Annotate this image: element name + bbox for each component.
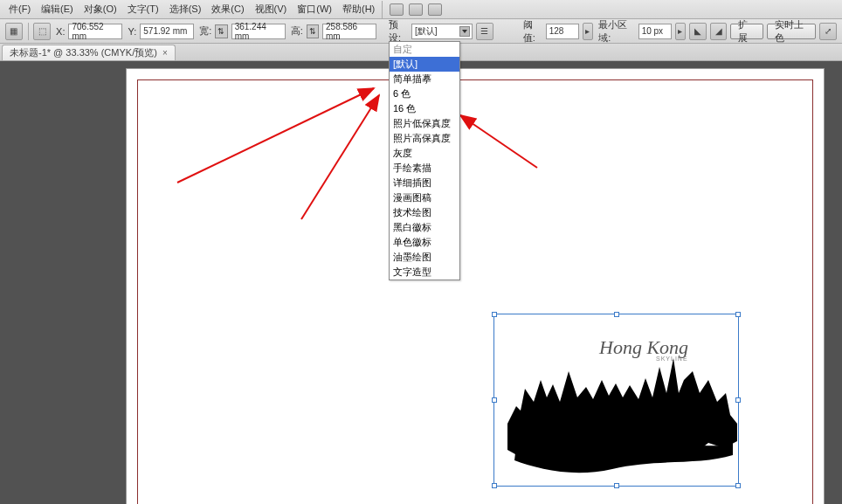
w-label: 宽: <box>199 24 211 38</box>
preset-label: 预设: <box>389 18 408 45</box>
resize-handle-lm[interactable] <box>492 397 497 403</box>
preset-value: [默认] <box>415 25 438 38</box>
minarea-field[interactable]: 10 px <box>638 24 672 39</box>
minarea-label: 最小区域: <box>598 18 634 45</box>
separator <box>382 1 383 18</box>
expand-button[interactable]: 扩展 <box>730 24 763 39</box>
menu-bar: 件(F) 编辑(E) 对象(O) 文字(T) 选择(S) 效果(C) 视图(V)… <box>0 0 842 19</box>
trace-icon-1[interactable]: ◣ <box>689 23 707 40</box>
end-icon[interactable]: ⤢ <box>819 23 837 40</box>
preset-option-3[interactable]: 6 色 <box>390 86 459 101</box>
menu-window[interactable]: 窗口(W) <box>292 3 337 16</box>
document-tab[interactable]: 未标题-1* @ 33.33% (CMYK/预览) × <box>2 45 176 60</box>
y-label: Y: <box>128 26 136 37</box>
threshold-field[interactable]: 128 <box>546 24 579 39</box>
chevron-down-icon <box>459 26 470 37</box>
preset-option-4[interactable]: 16 色 <box>390 101 459 116</box>
preset-option-11[interactable]: 技术绘图 <box>390 205 459 220</box>
toolbar-icon-2[interactable] <box>409 3 423 16</box>
threshold-label: 阈值: <box>523 18 542 45</box>
resize-handle-tl[interactable] <box>492 312 497 317</box>
resize-handle-tr[interactable] <box>735 312 741 317</box>
preset-option-7[interactable]: 灰度 <box>390 146 459 161</box>
preset-option-15[interactable]: 文字造型 <box>390 265 459 280</box>
preset-dropdown-popup: 自定[默认]简单描摹6 色16 色照片低保真度照片高保真度灰度手绘素描详细插图漫… <box>389 41 460 280</box>
reference-point-icon[interactable]: ▦ <box>5 23 23 40</box>
threshold-stepper-icon[interactable]: ▸ <box>583 23 594 40</box>
menu-type[interactable]: 文字(T) <box>122 3 164 16</box>
link-wh-icon[interactable]: ⇅ <box>215 24 227 38</box>
toolbar-icon-3[interactable] <box>428 3 442 16</box>
trace-icon-2[interactable]: ◢ <box>710 23 728 40</box>
livecolor-button[interactable]: 实时上色 <box>767 24 817 39</box>
preset-option-10[interactable]: 漫画图稿 <box>390 190 459 205</box>
preset-option-8[interactable]: 手绘素描 <box>390 161 459 176</box>
menu-edit[interactable]: 编辑(E) <box>36 3 79 16</box>
preset-option-6[interactable]: 照片高保真度 <box>390 131 459 146</box>
menu-view[interactable]: 视图(V) <box>250 3 293 16</box>
transform-icon[interactable]: ⬚ <box>33 23 51 40</box>
x-field[interactable]: 706.552 mm <box>68 24 122 39</box>
preset-option-1[interactable]: [默认] <box>390 57 459 72</box>
x-label: X: <box>56 26 65 37</box>
resize-handle-tm[interactable] <box>614 312 619 317</box>
minarea-stepper-icon[interactable]: ▸ <box>675 23 687 40</box>
y-field[interactable]: 571.92 mm <box>140 24 194 39</box>
close-icon[interactable]: × <box>162 48 168 58</box>
menu-select[interactable]: 选择(S) <box>164 3 207 16</box>
toolbar-icon-1[interactable] <box>390 3 404 16</box>
menu-effect[interactable]: 效果(C) <box>206 3 249 16</box>
preset-option-2[interactable]: 简单描摹 <box>390 72 459 86</box>
preset-option-13[interactable]: 单色徽标 <box>390 235 459 250</box>
menu-object[interactable]: 对象(O) <box>79 3 122 16</box>
preset-option-9[interactable]: 详细插图 <box>390 176 459 190</box>
preset-option-5[interactable]: 照片低保真度 <box>390 116 459 131</box>
placed-image[interactable]: Hong Kong SKYLINE <box>499 319 737 485</box>
artboard[interactable]: Hong Kong SKYLINE <box>126 68 825 504</box>
preset-option-14[interactable]: 油墨绘图 <box>390 250 459 265</box>
menu-help[interactable]: 帮助(H) <box>337 3 380 16</box>
resize-handle-bl[interactable] <box>492 483 497 488</box>
preset-dropdown[interactable]: [默认] <box>411 24 473 39</box>
h-field[interactable]: 258.586 mm <box>322 24 376 39</box>
h-label: 高: <box>291 24 303 38</box>
preset-option-12[interactable]: 黑白徽标 <box>390 220 459 235</box>
menu-file[interactable]: 件(F) <box>3 3 36 16</box>
preset-options-icon[interactable]: ☰ <box>476 23 493 40</box>
link-wh-icon-2[interactable]: ⇅ <box>307 24 319 38</box>
w-field[interactable]: 361.244 mm <box>231 24 286 39</box>
preset-option-0: 自定 <box>390 42 459 57</box>
options-toolbar: ▦ ⬚ X: 706.552 mm Y: 571.92 mm 宽: ⇅ 361.… <box>0 19 842 44</box>
artwork-subtitle: SKYLINE <box>656 356 688 362</box>
document-tab-title: 未标题-1* @ 33.33% (CMYK/预览) <box>10 46 157 59</box>
separator <box>28 23 29 40</box>
